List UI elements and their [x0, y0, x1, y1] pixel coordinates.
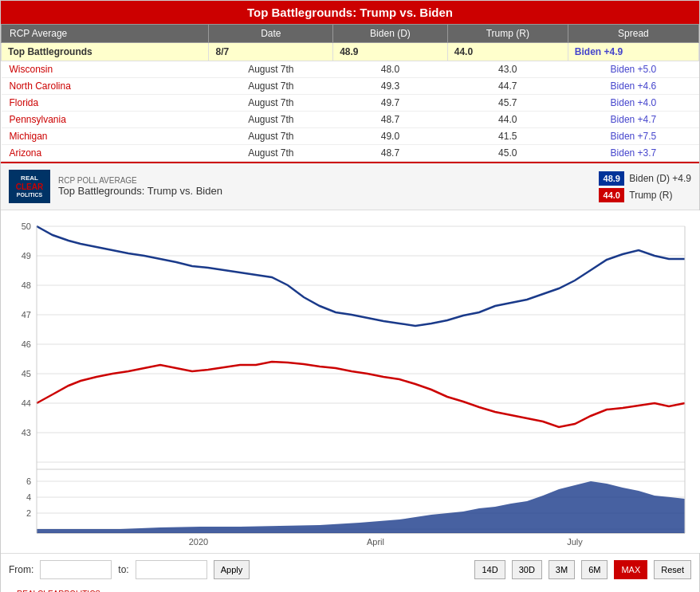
svg-text:July: July — [567, 537, 583, 547]
btn-max[interactable]: MAX — [614, 560, 647, 579]
table-highlight-row: Top Battlegrounds 8/7 48.9 44.0 Biden +4… — [2, 43, 699, 61]
row-biden: 48.7 — [333, 112, 448, 128]
col-header-trump: Trump (R) — [447, 25, 568, 43]
from-label: From: — [9, 564, 33, 575]
from-input[interactable] — [40, 560, 112, 579]
chart-subtitle: Top Battlegrounds: Trump vs. Biden — [58, 185, 222, 197]
row-name[interactable]: Arizona — [2, 145, 209, 162]
svg-text:44: 44 — [22, 398, 31, 408]
svg-text:2: 2 — [26, 508, 31, 518]
legend-biden-label: Biden (D) +4.9 — [629, 173, 691, 184]
chart-area: 50 49 48 47 46 45 44 43 6 4 — [1, 210, 699, 553]
row-spread: Biden +4.6 — [568, 78, 698, 95]
row-spread: Biden +5.0 — [568, 61, 698, 78]
svg-text:50: 50 — [22, 222, 31, 231]
row-name[interactable]: Wisconsin — [2, 61, 209, 78]
table-row: Pennsylvania August 7th 48.7 44.0 Biden … — [2, 112, 699, 128]
row-date: August 7th — [209, 61, 333, 78]
table-row: Florida August 7th 49.7 45.7 Biden +4.0 — [2, 95, 699, 112]
highlight-name: Top Battlegrounds — [2, 43, 209, 61]
apply-button[interactable]: Apply — [214, 560, 250, 579]
legend-trump-label: Trump (R) — [629, 190, 672, 201]
row-trump: 44.0 — [447, 112, 568, 128]
rcp-logo: REAL CLEAR POLITICS — [9, 170, 50, 203]
row-biden: 49.3 — [333, 78, 448, 95]
svg-text:45: 45 — [22, 369, 31, 378]
highlight-spread: Biden +4.9 — [568, 43, 698, 61]
row-biden: 48.0 — [333, 61, 448, 78]
highlight-biden: 48.9 — [333, 43, 448, 61]
data-table: RCP Average Date Biden (D) Trump (R) Spr… — [1, 24, 699, 162]
row-date: August 7th — [209, 95, 333, 112]
table-row: Michigan August 7th 49.0 41.5 Biden +7.5 — [2, 128, 699, 145]
svg-text:6: 6 — [26, 476, 31, 486]
highlight-date: 8/7 — [209, 43, 333, 61]
chart-header-left: REAL CLEAR POLITICS RCP POLL AVERAGE Top… — [9, 170, 222, 203]
chart-svg: 50 49 48 47 46 45 44 43 6 4 — [1, 210, 700, 553]
svg-text:47: 47 — [22, 310, 31, 320]
svg-text:48: 48 — [22, 280, 31, 290]
row-biden: 49.0 — [333, 128, 448, 145]
row-trump: 43.0 — [447, 61, 568, 78]
legend-biden: 48.9 Biden (D) +4.9 — [599, 171, 691, 186]
row-spread: Biden +4.0 — [568, 95, 698, 112]
row-name[interactable]: Michigan — [2, 128, 209, 145]
footer: REALCLEARPOLITICS — [1, 586, 699, 592]
poll-avg-label: RCP POLL AVERAGE — [58, 176, 222, 185]
col-header-spread: Spread — [568, 25, 698, 43]
row-date: August 7th — [209, 78, 333, 95]
btn-6m[interactable]: 6M — [581, 560, 608, 579]
row-spread: Biden +3.7 — [568, 145, 698, 162]
col-header-date: Date — [209, 25, 333, 43]
row-date: August 7th — [209, 145, 333, 162]
svg-text:4: 4 — [26, 492, 31, 502]
btn-3m[interactable]: 3M — [549, 560, 575, 579]
row-spread: Biden +7.5 — [568, 128, 698, 145]
row-biden: 49.7 — [333, 95, 448, 112]
svg-text:43: 43 — [22, 428, 31, 437]
controls-section: From: to: Apply 14D 30D 3M 6M MAX Reset — [1, 553, 699, 586]
btn-reset[interactable]: Reset — [654, 560, 691, 579]
btn-30d[interactable]: 30D — [512, 560, 542, 579]
row-trump: 45.7 — [447, 95, 568, 112]
table-row: North Carolina August 7th 49.3 44.7 Bide… — [2, 78, 699, 95]
chart-section: REAL CLEAR POLITICS RCP POLL AVERAGE Top… — [1, 162, 699, 553]
main-container: Top Battlegrounds: Trump vs. Biden RCP A… — [0, 0, 700, 592]
row-date: August 7th — [209, 128, 333, 145]
svg-text:April: April — [367, 537, 384, 547]
row-trump: 44.7 — [447, 78, 568, 95]
legend-biden-box: 48.9 — [599, 171, 624, 186]
chart-legend: 48.9 Biden (D) +4.9 44.0 Trump (R) — [599, 171, 691, 202]
chart-header: REAL CLEAR POLITICS RCP POLL AVERAGE Top… — [1, 163, 699, 210]
col-header-rcp: RCP Average — [2, 25, 209, 43]
row-trump: 45.0 — [447, 145, 568, 162]
page-title: Top Battlegrounds: Trump vs. Biden — [1, 1, 699, 24]
footer-link[interactable]: REALCLEARPOLITICS — [9, 586, 108, 592]
highlight-trump: 44.0 — [447, 43, 568, 61]
chart-header-text: RCP POLL AVERAGE Top Battlegrounds: Trum… — [58, 176, 222, 197]
row-name[interactable]: Pennsylvania — [2, 112, 209, 128]
svg-text:49: 49 — [22, 251, 31, 261]
table-header-row: RCP Average Date Biden (D) Trump (R) Spr… — [2, 25, 699, 43]
table-row: Arizona August 7th 48.7 45.0 Biden +3.7 — [2, 145, 699, 162]
legend-trump-box: 44.0 — [599, 188, 624, 202]
svg-text:46: 46 — [22, 339, 31, 349]
row-name[interactable]: Florida — [2, 95, 209, 112]
row-biden: 48.7 — [333, 145, 448, 162]
row-name[interactable]: North Carolina — [2, 78, 209, 95]
to-label: to: — [118, 564, 128, 575]
row-date: August 7th — [209, 112, 333, 128]
legend-trump: 44.0 Trump (R) — [599, 188, 691, 202]
svg-text:2020: 2020 — [189, 537, 208, 547]
row-spread: Biden +4.7 — [568, 112, 698, 128]
row-trump: 41.5 — [447, 128, 568, 145]
col-header-biden: Biden (D) — [333, 25, 448, 43]
to-input[interactable] — [136, 560, 207, 579]
btn-14d[interactable]: 14D — [474, 560, 505, 579]
table-row: Wisconsin August 7th 48.0 43.0 Biden +5.… — [2, 61, 699, 78]
